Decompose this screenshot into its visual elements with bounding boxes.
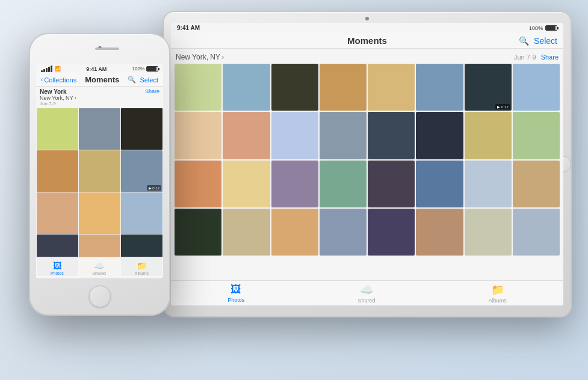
- ipad-photo-29[interactable]: [416, 209, 463, 256]
- iphone-device: 📶 9:41 AM 100% ‹ Collections Moments 🔍 S…: [29, 33, 170, 316]
- iphone-search-icon[interactable]: 🔍: [128, 76, 136, 84]
- iphone-tab-shared[interactable]: ☁️ Shared: [92, 261, 106, 275]
- iphone-status-left: 📶: [41, 66, 61, 72]
- iphone-navbar: ‹ Collections Moments 🔍 Select: [36, 73, 163, 87]
- video-duration-badge: ▶ 0:12: [495, 104, 510, 109]
- ipad-photo-23[interactable]: [513, 161, 560, 207]
- iphone-moment-location[interactable]: New York, NY ›: [40, 95, 76, 101]
- iphone-home-button[interactable]: [89, 286, 111, 307]
- iphone-tab-albums-label: Albums: [135, 271, 149, 275]
- ipad-photo-31[interactable]: [513, 209, 560, 256]
- iphone-tab-albums[interactable]: 📁 Albums: [135, 261, 149, 275]
- iphone-photo-1[interactable]: [79, 108, 120, 150]
- ipad-navbar: Moments 🔍 Select: [171, 33, 563, 49]
- ipad-photo-13[interactable]: [416, 112, 463, 159]
- iphone-moment-header: New York New York, NY › Jun 7-9 Share: [36, 87, 163, 108]
- iphone-select-button[interactable]: Select: [140, 76, 158, 84]
- signal-bar-3: [46, 68, 48, 72]
- iphone-tab-shared-label: Shared: [92, 271, 106, 275]
- ipad-moment-header: New York, NY Jun 7-9 Share: [175, 51, 560, 64]
- iphone-share-button[interactable]: Share: [145, 88, 159, 106]
- iphone-speaker: [95, 48, 119, 50]
- ipad-tab-albums-label: Albums: [489, 298, 507, 304]
- ipad-photo-12[interactable]: [368, 112, 415, 159]
- iphone-moment-info: New York New York, NY › Jun 7-9: [40, 88, 76, 106]
- ipad-photo-19[interactable]: [320, 161, 367, 207]
- iphone-shared-icon: ☁️: [94, 261, 104, 271]
- ipad-tabbar: 🖼 Photos ☁️ Shared 📁 Albums: [171, 280, 563, 305]
- ipad-photo-21[interactable]: [416, 161, 463, 207]
- iphone-signal-icon: [41, 66, 52, 72]
- iphone-photo-5[interactable]: ▶ 0:12: [121, 150, 162, 192]
- ipad-photo-4[interactable]: [368, 64, 415, 111]
- iphone-moment-title: New York: [40, 88, 76, 95]
- ipad-select-button[interactable]: Select: [534, 36, 557, 46]
- iphone-status-right: 100%: [132, 66, 158, 72]
- ipad-share-button[interactable]: Share: [541, 54, 559, 61]
- ipad-photo-6[interactable]: ▶ 0:12: [465, 64, 512, 111]
- ipad-photo-28[interactable]: [368, 209, 415, 256]
- ipad-albums-icon: 📁: [491, 283, 504, 296]
- ipad-photos-icon: 🖼: [231, 283, 241, 296]
- iphone-video-duration-badge: ▶ 0:12: [147, 185, 161, 191]
- ipad-photo-26[interactable]: [271, 209, 318, 256]
- iphone-back-button[interactable]: ‹ Collections: [41, 76, 76, 84]
- iphone-battery-pct: 100%: [132, 66, 144, 72]
- ipad-device: 9:41 AM 100% Moments 🔍 Select New York, …: [162, 11, 572, 317]
- ipad-photo-20[interactable]: [368, 161, 415, 207]
- ipad-photo-2[interactable]: [271, 64, 318, 111]
- ipad-content: New York, NY Jun 7-9 Share ▶ 0:12: [171, 49, 563, 257]
- ipad-tab-photos[interactable]: 🖼 Photos: [227, 283, 244, 303]
- ipad-photo-1[interactable]: [223, 64, 270, 111]
- iphone-navbar-title: Moments: [85, 75, 119, 84]
- ipad-photo-8[interactable]: [175, 112, 221, 159]
- iphone-battery-icon: [146, 66, 158, 72]
- ipad-photo-17[interactable]: [223, 161, 270, 207]
- iphone-tab-photos-label: Photos: [51, 271, 64, 275]
- signal-bar-2: [43, 69, 45, 72]
- iphone-tabbar: 🖼 Photos ☁️ Shared 📁 Albums: [36, 257, 163, 278]
- iphone-photo-6[interactable]: [37, 192, 78, 234]
- iphone-photo-3[interactable]: [37, 150, 78, 192]
- iphone-photo-7[interactable]: [79, 192, 120, 234]
- ipad-navbar-title: Moments: [347, 35, 387, 46]
- ipad-photo-7[interactable]: [513, 64, 560, 111]
- iphone-tab-photos[interactable]: 🖼 Photos: [51, 261, 64, 275]
- ipad-photo-27[interactable]: [320, 209, 367, 256]
- iphone-photo-grid: ▶ 0:12▶ 0:25: [36, 108, 163, 278]
- ipad-shared-icon: ☁️: [360, 283, 373, 296]
- ipad-tab-shared[interactable]: ☁️ Shared: [357, 283, 375, 304]
- ipad-photo-18[interactable]: [271, 161, 318, 207]
- ipad-photo-5[interactable]: [416, 64, 463, 111]
- ipad-moment-location[interactable]: New York, NY: [176, 52, 224, 61]
- ipad-photo-22[interactable]: [465, 161, 512, 207]
- ipad-photo-25[interactable]: [223, 209, 270, 256]
- ipad-photo-30[interactable]: [465, 209, 512, 256]
- ipad-photo-15[interactable]: [513, 112, 560, 159]
- ipad-status-bar: 9:41 AM 100%: [171, 23, 563, 33]
- ipad-camera: [365, 17, 369, 20]
- iphone-time: 9:41 AM: [86, 66, 107, 72]
- ipad-tab-albums[interactable]: 📁 Albums: [489, 283, 507, 304]
- iphone-photo-0[interactable]: [37, 108, 78, 150]
- ipad-photo-24[interactable]: [175, 209, 221, 256]
- ipad-photo-14[interactable]: [465, 112, 512, 159]
- ipad-status-right: 100%: [529, 25, 557, 31]
- ipad-photo-11[interactable]: [320, 112, 367, 159]
- ipad-time: 9:41 AM: [177, 25, 200, 31]
- ipad-moment-date-share: Jun 7-9 Share: [514, 54, 559, 61]
- ipad-search-icon[interactable]: 🔍: [519, 36, 529, 46]
- ipad-battery-fill: [546, 26, 556, 30]
- iphone-moment-date: Jun 7-9: [40, 101, 76, 106]
- iphone-screen: 📶 9:41 AM 100% ‹ Collections Moments 🔍 S…: [36, 64, 163, 278]
- ipad-photo-10[interactable]: [271, 112, 318, 159]
- iphone-photo-2[interactable]: [121, 108, 162, 150]
- iphone-photo-8[interactable]: [121, 192, 162, 234]
- iphone-carrier: 📶: [55, 66, 61, 72]
- iphone-photo-4[interactable]: [79, 150, 120, 192]
- ipad-photo-0[interactable]: [175, 64, 221, 111]
- ipad-photo-16[interactable]: [175, 161, 221, 207]
- ipad-navbar-actions: 🔍 Select: [519, 36, 557, 46]
- ipad-photo-3[interactable]: [320, 64, 367, 111]
- ipad-photo-9[interactable]: [223, 112, 270, 159]
